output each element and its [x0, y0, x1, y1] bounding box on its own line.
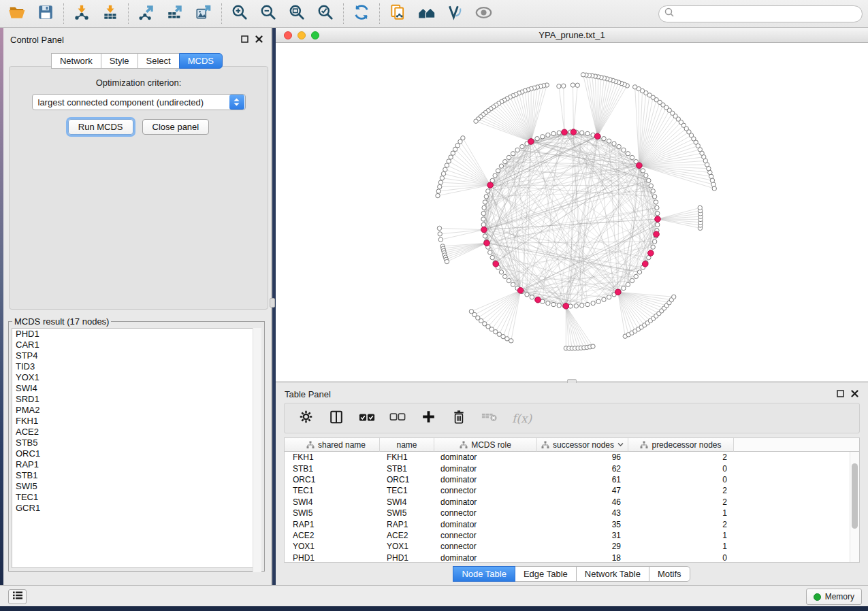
open-session-button[interactable] — [5, 1, 29, 26]
mcds-result-item[interactable]: TID3 — [12, 361, 261, 372]
mcds-result-item[interactable]: SRD1 — [12, 394, 261, 405]
task-history-button[interactable] — [8, 589, 27, 604]
column-header-predecessor-nodes[interactable]: predecessor nodes — [628, 438, 734, 452]
memory-button[interactable]: Memory — [806, 589, 862, 605]
show-columns-button[interactable] — [328, 410, 344, 427]
select-all-button[interactable] — [359, 410, 375, 427]
delete-column-button[interactable] — [451, 410, 467, 427]
table-row[interactable]: ORC1 ORC1 dominator 61 0 — [285, 474, 859, 485]
search-icon — [664, 7, 675, 20]
export-image-button[interactable] — [191, 1, 216, 26]
control-panel-tab[interactable]: Select — [138, 53, 180, 69]
import-table-button[interactable] — [98, 1, 123, 26]
control-panel-tab[interactable]: MCDS — [179, 53, 223, 69]
mcds-result-item[interactable]: SWI5 — [12, 481, 261, 492]
table-row[interactable]: PHD1 PHD1 dominator 18 0 — [285, 552, 859, 563]
zoom-fit-button[interactable] — [285, 1, 309, 26]
graphics-details-button[interactable] — [471, 1, 496, 26]
create-column-button[interactable] — [420, 410, 436, 427]
home-networks-button[interactable] — [414, 1, 438, 26]
table-scrollbar-thumb[interactable] — [852, 463, 858, 529]
main-toolbar — [0, 0, 868, 28]
column-header-mcds-role[interactable]: MCDS role — [434, 438, 537, 452]
mcds-result-item[interactable]: STB5 — [12, 437, 261, 448]
table-row[interactable]: TEC1 TEC1 connector 47 2 — [285, 485, 859, 496]
trash-icon — [452, 410, 466, 427]
table-row[interactable]: YOX1 YOX1 connector 29 1 — [285, 541, 859, 552]
column-header-shared-name[interactable]: shared name — [285, 438, 380, 452]
mcds-result-item[interactable]: PMA2 — [12, 405, 261, 416]
column-header-name[interactable]: name — [380, 438, 434, 452]
table-row[interactable]: SWI5 SWI5 connector 43 1 — [285, 508, 859, 518]
float-panel-icon[interactable] — [241, 33, 248, 46]
mcds-result-item[interactable]: TEC1 — [12, 492, 261, 503]
zoom-fit-icon — [288, 3, 306, 24]
mcds-result-list[interactable]: PHD1CAR1STP4TID3YOX1SWI4SRD1PMA2FKH1ACE2… — [12, 328, 261, 568]
mcds-result-item[interactable]: STB1 — [12, 470, 261, 481]
mcds-list-scrollbar[interactable] — [253, 328, 261, 572]
mcds-result-item[interactable]: ACE2 — [12, 427, 261, 437]
optimization-criterion-select[interactable]: largest connected component (undirected) — [32, 94, 246, 110]
search-input[interactable] — [675, 7, 862, 20]
mcds-panel: Optimization criterion: largest connecte… — [9, 66, 268, 310]
table-row[interactable]: SWI4 SWI4 dominator 46 2 — [285, 497, 859, 508]
vertical-splitter-handle[interactable] — [270, 298, 275, 308]
delete-table-button-disabled — [481, 410, 498, 427]
table-settings-button[interactable] — [298, 410, 314, 427]
control-panel-tab[interactable]: Style — [101, 53, 138, 69]
column-header-successor-nodes[interactable]: successor nodes — [537, 438, 628, 452]
table-panel-tab[interactable]: Node Table — [453, 566, 515, 582]
close-panel-icon[interactable] — [851, 388, 858, 400]
zoom-in-button[interactable] — [227, 1, 252, 26]
table-row[interactable]: FKH1 FKH1 dominator 96 2 — [285, 452, 859, 463]
save-icon — [37, 3, 54, 24]
deselect-all-button[interactable] — [389, 410, 406, 427]
mcds-result-item[interactable]: FKH1 — [12, 416, 261, 427]
tree-icon — [306, 441, 315, 449]
table-row[interactable]: RAP1 RAP1 dominator 35 2 — [285, 518, 859, 529]
table-panel-title: Table Panel — [285, 389, 331, 399]
control-panel-tabs: NetworkStyleSelectMCDS — [52, 53, 223, 69]
cybrowser-button[interactable] — [443, 1, 467, 26]
table-toolbar: f(x) — [284, 403, 860, 433]
table-panel-tab[interactable]: Edge Table — [515, 566, 577, 582]
zoom-out-button[interactable] — [256, 1, 280, 26]
float-panel-icon[interactable] — [837, 388, 844, 400]
apply-layout-button[interactable] — [349, 1, 374, 26]
export-web-button[interactable] — [385, 1, 410, 26]
table-panel-tab[interactable]: Network Table — [576, 566, 649, 582]
mcds-result-item[interactable]: ORC1 — [12, 448, 261, 459]
table-scrollbar[interactable] — [850, 452, 859, 562]
toolbar-separator — [128, 3, 129, 24]
network-graph[interactable] — [276, 43, 868, 380]
sort-chevron-down-icon — [617, 442, 624, 447]
node-table: shared name name MCDS role successor nod… — [284, 437, 860, 563]
table-row[interactable]: ACE2 ACE2 connector 31 1 — [285, 530, 859, 541]
export-network-button[interactable] — [134, 1, 159, 26]
mcds-result-item[interactable]: CAR1 — [12, 340, 261, 350]
import-network-button[interactable] — [69, 1, 94, 26]
export-network-icon — [138, 3, 155, 24]
list-icon — [12, 591, 23, 603]
close-panel-icon[interactable] — [255, 33, 263, 46]
mcds-result-item[interactable]: PHD1 — [12, 329, 261, 340]
mcds-result-item[interactable]: SWI4 — [12, 383, 261, 394]
optimization-criterion-value: largest connected component (undirected) — [33, 97, 229, 108]
mcds-result-item[interactable]: GCR1 — [12, 503, 261, 514]
network-window-titlebar[interactable]: YPA_prune.txt_1 — [276, 28, 868, 43]
mcds-result-title: MCDS result (17 nodes) — [12, 316, 111, 327]
save-session-button[interactable] — [33, 1, 58, 26]
table-panel-tab[interactable]: Motifs — [649, 566, 690, 582]
mcds-result-item[interactable]: STP4 — [12, 350, 261, 361]
optimization-criterion-label: Optimization criterion: — [10, 78, 268, 88]
mcds-result-item[interactable]: YOX1 — [12, 372, 261, 383]
column-header-filler — [734, 438, 859, 452]
control-panel-tab[interactable]: Network — [51, 53, 101, 69]
export-table-button[interactable] — [163, 1, 187, 26]
run-mcds-button[interactable]: Run MCDS — [68, 119, 133, 135]
zoom-selected-button[interactable] — [313, 1, 338, 26]
table-row[interactable]: STB1 STB1 dominator 62 0 — [285, 463, 859, 474]
v-slash-icon — [446, 3, 464, 24]
close-panel-button[interactable]: Close panel — [142, 119, 210, 135]
mcds-result-item[interactable]: RAP1 — [12, 459, 261, 470]
